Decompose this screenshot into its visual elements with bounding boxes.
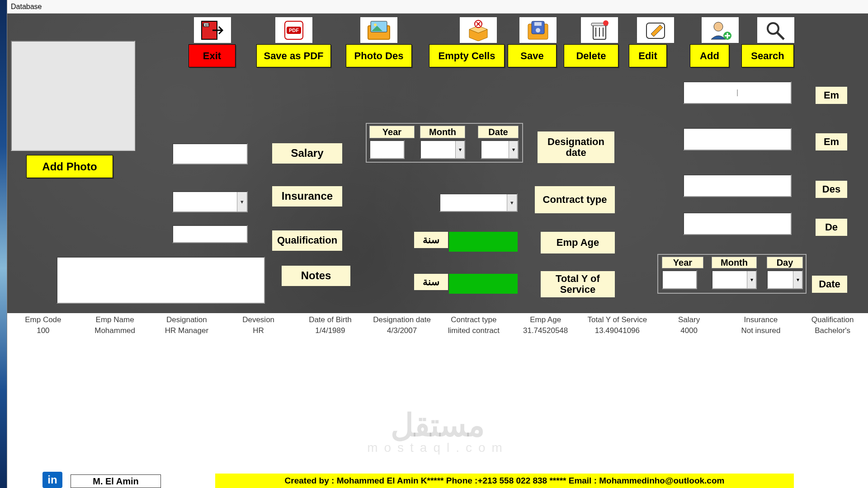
dob-year-input[interactable] <box>662 270 697 289</box>
photo-des-button[interactable]: Photo Des <box>346 44 412 67</box>
total-service-label: Total Y of Service <box>541 271 615 297</box>
svg-rect-15 <box>534 22 542 26</box>
svg-point-19 <box>603 20 609 26</box>
grid-header-cell: Designation <box>151 314 223 325</box>
svg-text:PDF: PDF <box>289 28 299 33</box>
delete-button[interactable]: Delete <box>564 44 618 67</box>
svg-point-8 <box>374 23 377 26</box>
date-header: Date <box>478 126 519 138</box>
footer-credits: Created by : Mohammed El Amin K***** Pho… <box>215 474 794 488</box>
right-input-4[interactable] <box>683 212 792 235</box>
chevron-down-icon: ▾ <box>237 192 247 211</box>
grid-data-cell: 31.74520548 <box>509 325 581 337</box>
empty-box-icon <box>460 17 497 43</box>
svg-point-24 <box>714 22 723 31</box>
pdf-icon: PDF <box>275 17 312 43</box>
chevron-down-icon: ▾ <box>747 271 756 288</box>
service-unit-label: سنة <box>414 274 448 290</box>
emp-age-unit-label: سنة <box>414 232 448 248</box>
grid-data-cell: 1/4/1989 <box>294 325 366 337</box>
designation-date-group: Year Month Date ▾ ▾ <box>366 123 523 163</box>
grid-header-row: Emp CodeEmp NameDesignationDevesionDate … <box>7 314 868 325</box>
notes-textarea[interactable] <box>57 257 265 304</box>
search-magnifier-icon <box>757 17 794 43</box>
right-input-3[interactable] <box>683 174 792 197</box>
contract-type-label: Contract type <box>535 186 615 213</box>
search-button[interactable]: Search <box>741 44 794 67</box>
svg-point-16 <box>536 28 540 33</box>
grid-header-cell: Designation date <box>366 314 438 325</box>
grid-data-cell: 100 <box>7 325 79 337</box>
grid-data-cell: Mohammed <box>79 325 151 337</box>
grid-data-cell: 4/3/2007 <box>366 325 438 337</box>
notes-label: Notes <box>282 266 350 286</box>
dob-group: Year Month Day ▾ ▾ <box>657 254 807 294</box>
total-service-value <box>449 274 518 294</box>
desktop-wallpaper-strip <box>0 0 7 488</box>
photo-placeholder <box>11 41 135 151</box>
grid-data-cell: 13.49041096 <box>581 325 653 337</box>
desig-month-select[interactable]: ▾ <box>420 140 465 159</box>
grid-header-cell: Qualification <box>797 314 868 325</box>
save-floppy-icon <box>519 17 557 43</box>
chevron-down-icon: ▾ <box>455 141 464 158</box>
add-user-icon <box>702 17 739 43</box>
grid-header-cell: Contract type <box>438 314 510 325</box>
grid-data-cell: limited contract <box>438 325 510 337</box>
title-bar: Database <box>7 0 868 14</box>
dob-label: Date <box>812 276 847 293</box>
linkedin-icon[interactable]: in <box>42 472 62 488</box>
emp-age-label: Emp Age <box>541 232 615 253</box>
edit-pencil-icon <box>637 17 674 43</box>
dob-month-header: Month <box>712 257 757 268</box>
edit-button[interactable]: Edit <box>629 44 667 67</box>
grid-header-cell: Devesion <box>222 314 294 325</box>
chevron-down-icon: ▾ <box>793 271 802 288</box>
grid-header-cell: Emp Name <box>79 314 151 325</box>
empty-cells-button[interactable]: Empty Cells <box>429 44 505 67</box>
month-header: Month <box>420 126 465 138</box>
dob-day-header: Day <box>767 257 803 268</box>
watermark-sub: mostaql.com <box>7 441 868 455</box>
right-input-1[interactable]: | <box>683 81 792 104</box>
salary-input[interactable] <box>172 143 248 164</box>
exit-button[interactable]: Exit <box>189 44 236 67</box>
grid-header-cell: Date of Birth <box>294 314 366 325</box>
insurance-label: Insurance <box>272 186 342 206</box>
add-photo-button[interactable]: Add Photo <box>26 155 113 178</box>
grid-data-cell: HR <box>222 325 294 337</box>
chevron-down-icon: ▾ <box>509 141 518 158</box>
salary-label: Salary <box>272 143 342 164</box>
exit-icon: EXIT <box>194 17 231 43</box>
watermark-main: مستقل <box>7 407 868 444</box>
dob-day-select[interactable]: ▾ <box>767 270 803 289</box>
contract-type-select[interactable]: ▾ <box>439 193 518 212</box>
svg-line-27 <box>777 33 784 39</box>
qualification-input[interactable] <box>172 225 248 243</box>
svg-text:EXIT: EXIT <box>203 23 210 27</box>
dob-year-header: Year <box>662 257 703 268</box>
photo-folder-icon <box>360 17 397 43</box>
insurance-select[interactable]: ▾ <box>172 191 248 212</box>
designation-date-label: Designation date <box>538 131 614 163</box>
right-input-2[interactable] <box>683 128 792 150</box>
grid-header-cell: Emp Code <box>7 314 79 325</box>
desig-year-input[interactable] <box>369 140 405 159</box>
grid-header-cell: Total Y of Service <box>581 314 653 325</box>
right-label-2: Em <box>816 133 847 150</box>
dob-month-select[interactable]: ▾ <box>712 270 757 289</box>
right-label-1: Em <box>816 87 847 104</box>
emp-age-value <box>449 232 518 252</box>
grid-data-cell: 4000 <box>653 325 725 337</box>
qualification-label: Qualification <box>272 230 342 251</box>
grid-header-cell: Insurance <box>725 314 797 325</box>
add-button[interactable]: Add <box>690 44 729 67</box>
year-header: Year <box>369 126 415 138</box>
right-label-4: De <box>816 219 847 236</box>
right-label-3: Des <box>816 181 847 198</box>
grid-data-row[interactable]: 100MohammedHR ManagerHR1/4/19894/3/2007l… <box>7 325 868 337</box>
svg-point-26 <box>768 23 778 34</box>
desig-date-select[interactable]: ▾ <box>481 140 519 159</box>
save-button[interactable]: Save <box>508 44 557 67</box>
save-as-pdf-button[interactable]: Save as PDF <box>256 44 331 67</box>
